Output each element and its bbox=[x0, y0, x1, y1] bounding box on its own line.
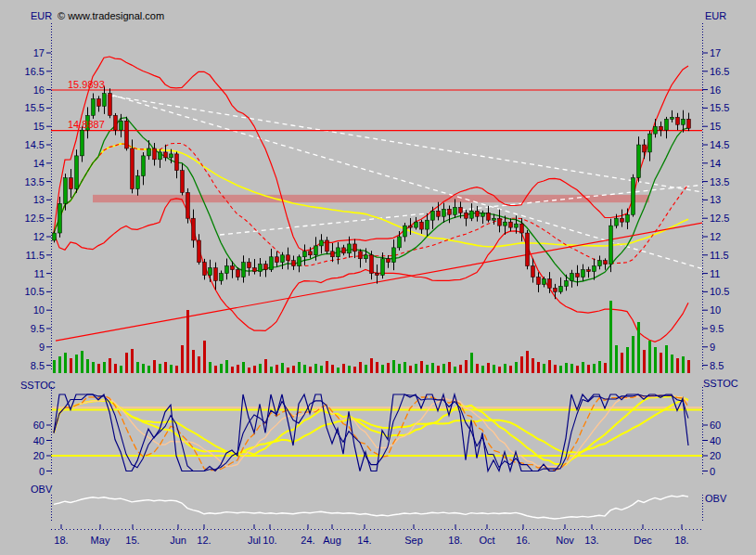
candle-body bbox=[459, 207, 463, 213]
candle-body bbox=[287, 255, 290, 261]
x-axis-label: 18. bbox=[448, 535, 462, 546]
volume-bar bbox=[175, 366, 178, 373]
volume-bar bbox=[587, 365, 590, 373]
white-trendline-2 bbox=[109, 96, 703, 192]
candle-body bbox=[376, 274, 379, 276]
currency-label-left: EUR bbox=[31, 10, 52, 21]
volume-bar bbox=[270, 367, 273, 373]
volume-bar bbox=[470, 353, 473, 373]
sstoc-tick-label-left: 40 bbox=[33, 435, 45, 446]
candle-body bbox=[64, 178, 68, 204]
candle-body bbox=[676, 117, 680, 124]
x-axis-label: 12. bbox=[197, 535, 211, 546]
sstoc-panel[interactable] bbox=[51, 394, 702, 471]
candle-body bbox=[92, 99, 96, 116]
price-tick-label-left: 12.5 bbox=[25, 213, 45, 224]
volume-bar bbox=[153, 360, 156, 373]
candle-body bbox=[186, 192, 190, 218]
price-tick-label-left: 15 bbox=[33, 121, 45, 132]
candle-body bbox=[58, 203, 62, 233]
candle-body bbox=[593, 266, 596, 272]
candle-body bbox=[515, 224, 519, 227]
volume-bar bbox=[498, 367, 501, 373]
price-level-label-lower: 14.8887 bbox=[68, 119, 105, 130]
volume-bar bbox=[593, 364, 596, 373]
volume-bar bbox=[136, 362, 139, 373]
volume-bar bbox=[643, 350, 646, 373]
volume-bar bbox=[387, 363, 390, 373]
volume-bar bbox=[53, 360, 56, 373]
volume-bar bbox=[292, 366, 295, 373]
volume-bar bbox=[392, 360, 395, 373]
volume-bar bbox=[671, 355, 673, 373]
volume-bar bbox=[264, 359, 267, 373]
volume-bar bbox=[665, 345, 668, 373]
volume-bar bbox=[131, 349, 134, 373]
candle-body bbox=[626, 214, 630, 222]
volume-bar bbox=[225, 360, 228, 373]
volume-bar bbox=[532, 358, 534, 373]
volume-bar bbox=[548, 360, 551, 373]
volume-bar bbox=[70, 358, 72, 373]
volume-bar bbox=[214, 366, 217, 373]
volume-bar bbox=[632, 336, 634, 373]
volume-bar bbox=[92, 362, 95, 373]
candle-body bbox=[314, 246, 318, 255]
price-panel[interactable] bbox=[51, 57, 703, 373]
candle-body bbox=[615, 218, 619, 226]
candle-body bbox=[409, 226, 413, 227]
price-tick-label-left: 11.5 bbox=[25, 250, 45, 261]
candle-body bbox=[181, 171, 185, 193]
candle-body bbox=[554, 288, 557, 291]
volume-bar bbox=[409, 366, 412, 373]
sstoc-panel-title-left: SSTOC bbox=[20, 380, 56, 391]
volume-bar bbox=[509, 366, 512, 373]
sstoc-tick-label-right: 0 bbox=[710, 466, 715, 477]
price-tick-label-right: 15.5 bbox=[710, 102, 729, 113]
price-tick-label-left: 14.5 bbox=[25, 139, 45, 150]
candle-body bbox=[431, 211, 435, 220]
candle-body bbox=[97, 99, 101, 107]
volume-bar bbox=[626, 347, 629, 373]
volume-bar bbox=[359, 362, 362, 373]
volume-bar bbox=[303, 365, 306, 373]
price-tick-label-right: 14 bbox=[710, 158, 721, 169]
volume-bar bbox=[487, 363, 490, 373]
obv-panel[interactable] bbox=[54, 496, 688, 519]
x-axis-label: 24. bbox=[301, 535, 314, 546]
candle-body bbox=[237, 270, 240, 278]
candle-body bbox=[264, 265, 268, 270]
sstoc-tick-label-right: 20 bbox=[710, 450, 721, 461]
price-tick-label-left: 17 bbox=[33, 47, 45, 58]
candle-body bbox=[487, 213, 491, 220]
candle-body bbox=[331, 252, 335, 257]
volume-bar bbox=[259, 364, 262, 373]
x-axis-label: Jul bbox=[248, 535, 261, 546]
candle-body bbox=[259, 265, 263, 272]
candle-body bbox=[270, 257, 274, 270]
volume-bar bbox=[504, 364, 506, 373]
volume-bar bbox=[331, 365, 334, 373]
volume-bar bbox=[559, 366, 562, 373]
candle-body bbox=[532, 266, 535, 278]
volume-bar bbox=[314, 364, 317, 373]
candle-body bbox=[604, 261, 608, 265]
volume-bar bbox=[125, 353, 128, 373]
price-tick-label-right: 15 bbox=[710, 121, 721, 132]
candle-body bbox=[125, 121, 129, 148]
price-tick-label-right: 13 bbox=[710, 194, 721, 205]
candle-body bbox=[281, 255, 285, 263]
x-axis-label: Nov bbox=[556, 535, 574, 546]
volume-bar bbox=[454, 367, 456, 373]
volume-bar bbox=[337, 368, 340, 373]
candle-body bbox=[448, 209, 452, 214]
candle-body bbox=[687, 119, 691, 128]
candle-body bbox=[643, 145, 647, 152]
candle-body bbox=[136, 176, 140, 189]
candle-body bbox=[298, 257, 301, 266]
candle-body bbox=[415, 222, 418, 227]
price-tick-label-left: 11 bbox=[34, 268, 45, 279]
volume-bar bbox=[604, 363, 607, 373]
volume-bar bbox=[637, 322, 640, 373]
candle-body bbox=[476, 211, 480, 216]
